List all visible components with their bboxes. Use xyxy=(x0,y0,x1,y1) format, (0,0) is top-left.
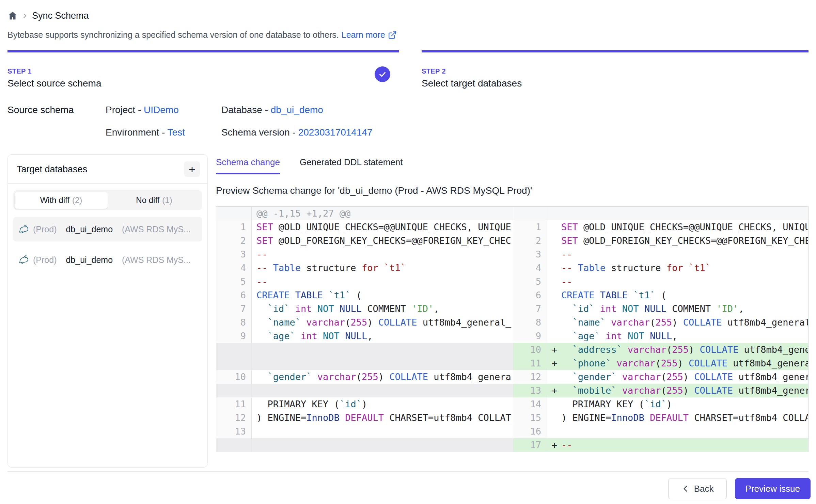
target-databases-header: Target databases + xyxy=(8,155,207,184)
diff-line-number-new: 3 xyxy=(513,248,547,261)
source-schema-label: Source schema xyxy=(7,105,106,138)
footer-actions: Back Preview issue xyxy=(668,478,811,499)
diff-line-number-old xyxy=(216,343,252,357)
chevron-left-icon xyxy=(681,484,690,493)
diff-line-number-old: 9 xyxy=(216,329,252,343)
tab-generated-ddl[interactable]: Generated DDL statement xyxy=(300,157,403,174)
diff-code-old xyxy=(252,343,513,357)
source-field-name: Environment - xyxy=(106,127,168,138)
source-field-name: Database - xyxy=(221,105,271,115)
diff-code-new: -- xyxy=(547,275,808,288)
diff-line-number-new: 1 xyxy=(513,220,547,234)
source-field-value-link[interactable]: UIDemo xyxy=(144,105,179,115)
diff-code-old: `age` int NOT NULL, xyxy=(252,329,513,343)
intro-text: Bytebase supports synchronizing a specif… xyxy=(7,30,809,40)
step-2: STEP 2 Select target databases xyxy=(422,50,809,89)
main-content: Target databases + With diff (2) No diff… xyxy=(7,154,809,468)
diff-line-number-old xyxy=(216,357,252,370)
external-link-icon xyxy=(388,31,397,40)
tab-schema-change[interactable]: Schema change xyxy=(216,157,280,174)
tab-no-diff[interactable]: No diff (1) xyxy=(108,192,201,209)
mysql-dolphin-icon xyxy=(18,223,30,235)
diff-line-number-new: 9 xyxy=(513,329,547,343)
target-databases-title: Target databases xyxy=(17,164,87,175)
tab-with-diff[interactable]: With diff (2) xyxy=(15,192,108,209)
check-icon xyxy=(378,70,387,78)
diff-add-marker: + xyxy=(550,343,561,357)
diff-line-number-old xyxy=(216,438,252,452)
diff-code-new: `id` int NOT NULL COMMENT 'ID', xyxy=(547,302,808,316)
diff-code-new: PRIMARY KEY (`id`) xyxy=(547,397,808,411)
diff-code-old: SET @OLD_UNIQUE_CHECKS=@@UNIQUE_CHECKS, … xyxy=(252,220,513,234)
step-1: STEP 1 Select source schema xyxy=(7,50,399,89)
diff-code-new: SET @OLD_FOREIGN_KEY_CHECKS=@@FOREIGN_KE… xyxy=(547,234,808,248)
target-databases-panel: Target databases + With diff (2) No diff… xyxy=(7,154,208,468)
diff-code-new: + `mobile` varchar(255) COLLATE utf8mb4_… xyxy=(547,384,808,397)
diff-code-old: SET @OLD_FOREIGN_KEY_CHECKS=@@FOREIGN_KE… xyxy=(252,234,513,248)
home-icon[interactable] xyxy=(7,11,18,21)
diff-line-number-new: 11 xyxy=(513,357,547,370)
diff-line-number-new: 6 xyxy=(513,288,547,302)
preview-tabs: Schema change Generated DDL statement xyxy=(216,157,809,174)
diff-line-number-old: 13 xyxy=(216,425,252,438)
db-instance-label: (AWS RDS MyS... xyxy=(122,255,191,265)
diff-line-number-old xyxy=(216,207,252,220)
diff-code-old: -- Table structure for `t1` xyxy=(252,261,513,275)
back-button-label: Back xyxy=(694,484,714,494)
diff-line-number-old: 6 xyxy=(216,288,252,302)
tab-no-diff-label: No diff xyxy=(136,195,159,205)
source-field-database: Database - db_ui_demo xyxy=(221,105,373,115)
diff-code-old xyxy=(252,438,513,452)
preview-issue-button[interactable]: Preview issue xyxy=(735,478,811,499)
schema-preview-section: Schema change Generated DDL statement Pr… xyxy=(216,154,809,452)
source-field-value-link[interactable]: db_ui_demo xyxy=(271,105,323,115)
add-target-database-button[interactable]: + xyxy=(184,161,200,177)
diff-code-old: -- xyxy=(252,248,513,261)
step-1-label: STEP 1 xyxy=(7,67,399,75)
diff-line-number-new: 15 xyxy=(513,411,547,425)
diff-line-number-old: 7 xyxy=(216,302,252,316)
diff-line-number-new: 10 xyxy=(513,343,547,357)
diff-code-new: -- Table structure for `t1` xyxy=(547,261,808,275)
step-1-title: Select source schema xyxy=(7,78,399,89)
learn-more-label: Learn more xyxy=(342,30,385,40)
preview-title: Preview Schema change for 'db_ui_demo (P… xyxy=(216,185,809,196)
diff-code-new: ) ENGINE=InnoDB DEFAULT CHARSET=utf8mb4 … xyxy=(547,411,808,425)
step-1-progress-bar xyxy=(7,50,399,52)
diff-code-old: ) ENGINE=InnoDB DEFAULT CHARSET=utf8mb4 … xyxy=(252,411,513,425)
diff-code-new: `name` varchar(255) COLLATE utf8mb4_gene… xyxy=(547,316,808,329)
diff-code-old: `name` varchar(255) COLLATE utf8mb4_gene… xyxy=(252,316,513,329)
learn-more-link[interactable]: Learn more xyxy=(342,30,397,40)
db-environment-label: (Prod) xyxy=(33,224,57,234)
source-field-name: Schema version - xyxy=(221,127,298,138)
step-2-title: Select target databases xyxy=(422,78,809,89)
diff-line-number-old: 10 xyxy=(216,370,252,384)
diff-add-marker: + xyxy=(550,357,561,370)
diff-line-number-new: 7 xyxy=(513,302,547,316)
db-environment-label: (Prod) xyxy=(33,255,57,265)
diff-line-number-old: 5 xyxy=(216,275,252,288)
source-field-environment: Environment - Test xyxy=(106,127,221,138)
source-field-project: Project - UIDemo xyxy=(106,105,221,115)
diff-line-number-new: 16 xyxy=(513,425,547,438)
diff-code-new xyxy=(547,207,808,220)
diff-code-new: `gender` varchar(255) COLLATE utf8mb4_ge… xyxy=(547,370,808,384)
target-database-item-2[interactable]: (Prod) db_ui_demo (AWS RDS MyS... xyxy=(13,248,202,272)
source-field-value-link[interactable]: 20230317014147 xyxy=(298,127,373,138)
diff-line-number-new: 13 xyxy=(513,384,547,397)
source-schema-fields: Project - UIDemoDatabase - db_ui_demoEnv… xyxy=(106,105,373,138)
target-database-list: (Prod) db_ui_demo (AWS RDS MyS...(Prod) … xyxy=(8,217,207,272)
diff-code-new: CREATE TABLE `t1` ( xyxy=(547,288,808,302)
diff-grid: @@ -1,15 +1,27 @@1SET @OLD_UNIQUE_CHECKS… xyxy=(216,207,808,452)
diff-hunk-header: @@ -1,15 +1,27 @@ xyxy=(252,207,513,220)
source-field-value-link[interactable]: Test xyxy=(168,127,185,138)
diff-line-number-new xyxy=(513,207,547,220)
page-title: Sync Schema xyxy=(32,11,89,21)
mysql-dolphin-icon xyxy=(18,254,30,266)
intro-description: Bytebase supports synchronizing a specif… xyxy=(7,30,339,40)
tab-no-diff-count: (1) xyxy=(162,195,172,205)
back-button[interactable]: Back xyxy=(668,478,727,499)
target-database-item-1[interactable]: (Prod) db_ui_demo (AWS RDS MyS... xyxy=(13,217,202,241)
diff-line-number-old: 2 xyxy=(216,234,252,248)
diff-line-number-new: 5 xyxy=(513,275,547,288)
